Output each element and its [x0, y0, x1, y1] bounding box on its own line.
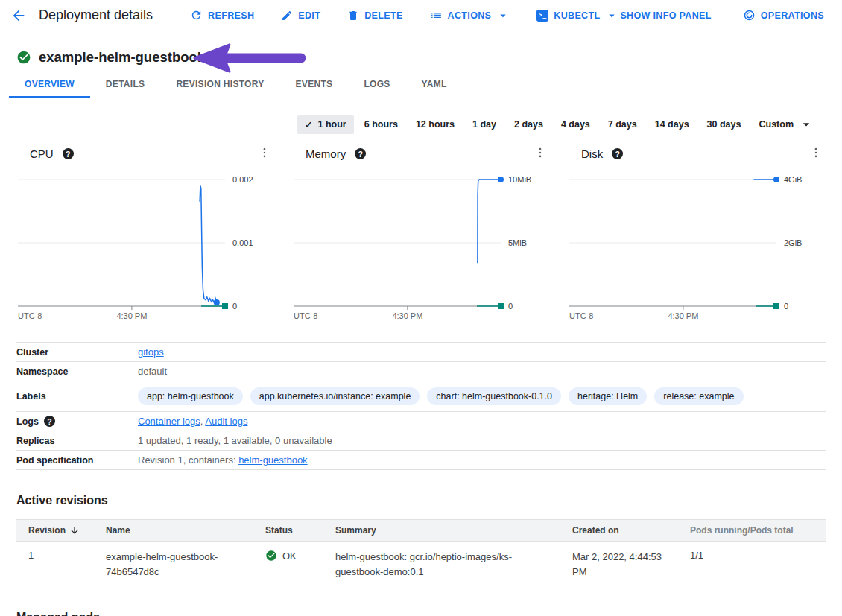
container-logs-link[interactable]: Container logs	[138, 416, 200, 427]
header-summary: Summary	[335, 525, 572, 536]
labels-pill-list: app: helm-guestbook app.kubernetes.io/in…	[138, 385, 744, 407]
help-icon[interactable]: ?	[44, 416, 55, 427]
help-icon[interactable]: ?	[63, 148, 74, 159]
resource-charts: CPU ? 0.0020.0010UTC-84:30 PM Memory ? 1…	[0, 146, 842, 321]
memory-chart: 10MiB5MiB0UTC-84:30 PM	[292, 169, 541, 321]
svg-text:UTC-8: UTC-8	[569, 311, 593, 320]
revision-pods-ratio: 1/1	[690, 550, 826, 561]
time-range-30-days[interactable]: 30 days	[700, 115, 749, 133]
chevron-down-icon	[496, 9, 510, 22]
operations-label: OPERATIONS	[761, 10, 824, 21]
delete-label: DELETE	[364, 10, 402, 21]
time-range-selector: ✓ 1 hour 6 hours 12 hours 1 day 2 days 4…	[0, 113, 842, 136]
time-range-label: 30 days	[707, 119, 741, 130]
active-revisions-section: Active revisions Revision Name Status Su…	[0, 494, 842, 588]
revisions-table-header: Revision Name Status Summary Created on …	[16, 519, 826, 542]
svg-text:0.002: 0.002	[232, 175, 253, 184]
show-info-panel-label: SHOW INFO PANEL	[620, 10, 711, 21]
memory-chart-title: Memory	[306, 147, 346, 160]
svg-text:4:30 PM: 4:30 PM	[116, 311, 147, 320]
replicas-row: Replicas 1 updated, 1 ready, 1 available…	[16, 431, 826, 450]
replicas-label: Replicas	[16, 436, 138, 446]
revision-table-row: 1 example-helm-guestbook-74b6547d8c OK h…	[16, 542, 826, 588]
actions-label: ACTIONS	[448, 10, 492, 21]
cluster-label: Cluster	[16, 347, 138, 358]
time-range-1-hour[interactable]: ✓ 1 hour	[297, 115, 354, 134]
chevron-down-icon	[799, 117, 814, 132]
replicas-value: 1 updated, 1 ready, 1 available, 0 unava…	[138, 435, 332, 446]
tab-yaml[interactable]: YAML	[406, 72, 463, 98]
show-info-panel-button[interactable]: SHOW INFO PANEL	[620, 10, 711, 21]
svg-text:5MiB: 5MiB	[508, 238, 527, 247]
top-toolbar: Deployment details REFRESH EDIT DELETE A…	[0, 0, 842, 31]
time-range-7-days[interactable]: 7 days	[601, 115, 645, 133]
operations-icon	[743, 9, 756, 22]
actions-menu-button[interactable]: ACTIONS	[430, 9, 510, 22]
help-icon[interactable]: ?	[612, 148, 623, 159]
memory-chart-header: Memory ?	[292, 146, 550, 162]
next-section-clipped: Managed pods	[0, 611, 842, 616]
disk-chart-menu-button[interactable]	[809, 146, 823, 162]
arrow-back-icon	[10, 7, 27, 24]
time-range-12-hours[interactable]: 12 hours	[408, 115, 462, 133]
sort-descending-icon	[69, 525, 80, 536]
trash-icon	[347, 10, 359, 22]
list-icon	[430, 9, 443, 22]
deployment-metadata: Cluster gitops Namespace default Labels …	[0, 342, 842, 470]
memory-chart-menu-button[interactable]	[534, 146, 547, 162]
cluster-link[interactable]: gitops	[138, 346, 164, 358]
audit-logs-link[interactable]: Audit logs	[205, 416, 247, 427]
label-pill: release: example	[654, 387, 743, 405]
toolbar-right-actions: SHOW INFO PANEL OPERATIONS	[620, 9, 824, 22]
header-created-on: Created on	[572, 525, 690, 536]
delete-button[interactable]: DELETE	[347, 10, 402, 22]
kubectl-terminal-icon: >_	[536, 10, 548, 22]
container-link[interactable]: helm-guestbook	[238, 454, 308, 466]
kebab-menu-icon	[809, 146, 823, 159]
header-pods: Pods running/Pods total	[690, 525, 826, 536]
refresh-button[interactable]: REFRESH	[190, 9, 254, 22]
labels-label: Labels	[16, 391, 138, 401]
label-pill: app: helm-guestbook	[138, 387, 243, 405]
revision-created-on: Mar 2, 2022, 4:44:53 PM	[572, 550, 683, 580]
time-range-2-days[interactable]: 2 days	[507, 115, 551, 133]
kubectl-menu-button[interactable]: >_ KUBECTL	[536, 9, 618, 22]
label-pill: app.kubernetes.io/instance: example	[250, 387, 420, 405]
time-range-label: 4 days	[561, 119, 590, 130]
edit-button[interactable]: EDIT	[281, 10, 320, 22]
header-revision[interactable]: Revision	[28, 525, 106, 536]
tab-logs[interactable]: LOGS	[348, 72, 405, 98]
time-range-custom[interactable]: Custom	[751, 113, 821, 136]
tab-overview[interactable]: OVERVIEW	[9, 72, 90, 98]
help-icon[interactable]: ?	[355, 148, 366, 159]
back-button[interactable]	[10, 7, 27, 24]
deployment-name: example-helm-guestbook	[39, 49, 205, 66]
cluster-row: Cluster gitops	[16, 342, 826, 361]
refresh-icon	[190, 9, 203, 22]
tab-events[interactable]: EVENTS	[280, 72, 349, 98]
refresh-label: REFRESH	[208, 10, 254, 21]
time-range-label: 12 hours	[416, 119, 455, 130]
time-range-14-days[interactable]: 14 days	[648, 115, 697, 133]
revision-name: example-helm-guestbook-74b6547d8c	[106, 550, 247, 580]
tab-revision-history[interactable]: REVISION HISTORY	[160, 72, 279, 98]
managed-pods-title: Managed pods	[16, 611, 842, 616]
revision-status: OK	[265, 550, 335, 562]
time-range-1-day[interactable]: 1 day	[465, 115, 504, 133]
svg-text:4:30 PM: 4:30 PM	[392, 311, 422, 320]
operations-button[interactable]: OPERATIONS	[743, 9, 824, 22]
disk-chart-header: Disk ?	[568, 146, 826, 162]
tab-details[interactable]: DETAILS	[90, 72, 161, 98]
tab-bar: OVERVIEW DETAILS REVISION HISTORY EVENTS…	[0, 72, 842, 98]
pod-specification-label: Pod specification	[16, 455, 138, 466]
time-range-6-hours[interactable]: 6 hours	[357, 115, 405, 133]
time-range-4-days[interactable]: 4 days	[554, 115, 598, 133]
deployment-header: example-helm-guestbook	[0, 31, 842, 72]
disk-chart: 4GiB2GiB0UTC-84:30 PM	[568, 169, 817, 321]
svg-text:UTC-8: UTC-8	[294, 311, 317, 320]
logs-label: Logs	[16, 416, 39, 427]
pod-spec-prefix: Revision 1, containers:	[138, 454, 238, 466]
logs-row: Logs ? Container logs, Audit logs	[16, 411, 826, 431]
chevron-down-icon	[605, 9, 618, 22]
cpu-chart-menu-button[interactable]	[258, 146, 271, 162]
